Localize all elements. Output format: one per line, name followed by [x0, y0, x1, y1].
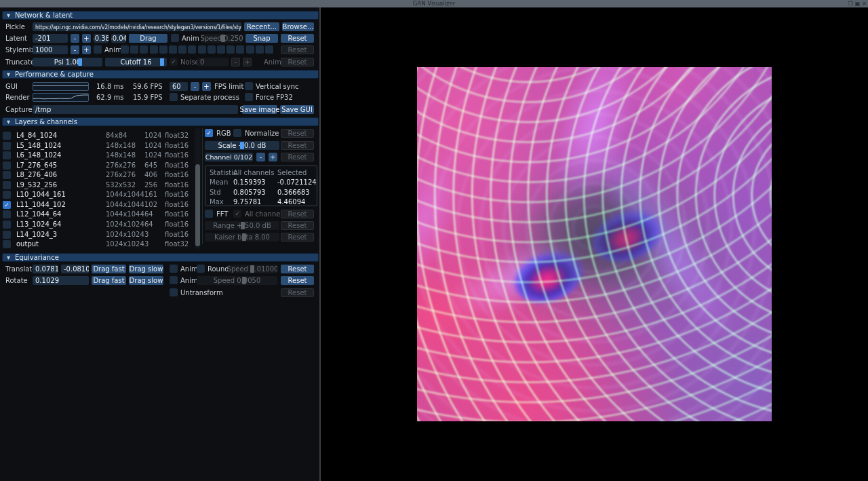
stylemix-layer-checkbox[interactable]: [198, 45, 206, 54]
vsync-checkbox[interactable]: [245, 82, 253, 90]
normalize-checkbox[interactable]: [233, 129, 241, 137]
latent-reset-button[interactable]: Reset: [281, 34, 314, 43]
layer-checkbox[interactable]: [3, 142, 11, 150]
stylemix-minus-button[interactable]: -: [71, 45, 79, 54]
layer-checkbox[interactable]: [3, 220, 11, 229]
stylemix-layer-checkbox[interactable]: [236, 45, 244, 54]
translate-drag-fast-button[interactable]: Drag fast: [92, 265, 126, 273]
cutoff-slider[interactable]: Cutoff 16: [105, 58, 167, 66]
fps-limit-plus-button[interactable]: +: [202, 82, 211, 91]
channel-plus-button[interactable]: +: [269, 153, 277, 161]
force-fp32-checkbox[interactable]: [245, 93, 253, 101]
stylemix-layer-checkbox[interactable]: [130, 45, 138, 54]
layer-name: L12_1044_64: [16, 210, 61, 219]
translate-y-input[interactable]: -0.0810: [61, 265, 89, 273]
latent-snap-button[interactable]: Snap: [245, 34, 278, 43]
stylemix-layer-checkbox[interactable]: [121, 45, 129, 54]
untransform-checkbox[interactable]: [170, 288, 178, 296]
separate-process-checkbox[interactable]: [170, 93, 178, 101]
maximize-icon[interactable]: ▣: [855, 0, 861, 7]
layer-checkbox[interactable]: [3, 181, 11, 189]
stylemix-layer-checkbox[interactable]: [178, 45, 186, 54]
stylemix-layer-checkbox[interactable]: [265, 45, 273, 54]
section-header-performance[interactable]: ▼ Performance & capture: [2, 70, 319, 79]
rotate-reset-button[interactable]: Reset: [281, 276, 314, 285]
translate-x-input[interactable]: 0.0781: [33, 265, 58, 273]
latent-minus-button[interactable]: -: [71, 34, 79, 43]
pickle-input[interactable]: https://api.ngc.nvidia.com/v2/models/nvi…: [33, 22, 241, 31]
rotate-anim-checkbox[interactable]: [170, 276, 178, 284]
layer-row: L4_84_102484x841024float32: [0, 131, 198, 140]
stats-cell: All channels: [233, 168, 274, 178]
psi-slider[interactable]: Psi 1.00: [33, 58, 102, 66]
translate-anim-checkbox[interactable]: [170, 265, 178, 273]
latent-y-input[interactable]: -0.04: [111, 34, 126, 43]
layer-checkbox[interactable]: [3, 210, 11, 218]
stats-row: Mean0.159393-0.0721124: [205, 178, 317, 187]
stylemix-seed-input[interactable]: 1000: [33, 45, 68, 54]
layer-name: L7_276_645: [16, 161, 57, 170]
stylemix-layer-checkbox[interactable]: [208, 45, 216, 54]
capture-path-input[interactable]: /tmp: [33, 105, 238, 114]
panel-divider[interactable]: [319, 7, 321, 481]
layer-checkbox[interactable]: [3, 231, 11, 239]
stylemix-layer-checkbox[interactable]: [188, 45, 196, 54]
layer-channels: 1024: [144, 141, 161, 151]
layer-checkbox[interactable]: [3, 201, 11, 209]
rotate-drag-slow-button[interactable]: Drag slow: [129, 276, 163, 285]
render-ms-value: 62.9 ms: [96, 93, 123, 102]
fps-limit-input[interactable]: 60: [170, 82, 188, 91]
close-icon[interactable]: ✕: [862, 0, 867, 7]
channel-minus-button[interactable]: -: [256, 153, 265, 161]
latent-x-input[interactable]: -0.38: [94, 34, 108, 43]
section-header-equivariance[interactable]: ▼ Equivariance: [2, 253, 319, 262]
layer-checkbox[interactable]: [3, 240, 11, 248]
translate-drag-slow-button[interactable]: Drag slow: [129, 265, 163, 273]
fps-limit-minus-button[interactable]: -: [191, 82, 199, 91]
latent-seed-input[interactable]: -201: [33, 34, 68, 43]
layer-checkbox[interactable]: [3, 171, 11, 179]
gan-output-image[interactable]: [417, 67, 772, 421]
noise-label: Noise: [180, 58, 199, 66]
section-header-layers[interactable]: ▼ Layers & channels: [2, 117, 319, 126]
window-title: GAN Visualizer: [0, 0, 868, 7]
titlebar[interactable]: GAN Visualizer ❐ ▣ ✕: [0, 0, 868, 7]
stylemix-layer-checkbox[interactable]: [226, 45, 235, 54]
section-header-network[interactable]: ▼ Network & latent: [2, 11, 319, 20]
latent-label: Latent: [5, 34, 27, 43]
stylemix-layer-checkbox[interactable]: [169, 45, 177, 54]
layer-name: L8_276_406: [16, 170, 57, 180]
layer-checkbox[interactable]: [3, 161, 11, 170]
layers-scrollbar[interactable]: [195, 128, 201, 249]
rotate-input[interactable]: 0.1029: [33, 276, 89, 285]
latent-drag-button[interactable]: Drag: [129, 34, 167, 43]
latent-plus-button[interactable]: +: [82, 34, 91, 43]
save-gui-button[interactable]: Save GUI: [280, 105, 314, 114]
translate-reset-button[interactable]: Reset: [281, 265, 314, 273]
rgb-checkbox[interactable]: [205, 129, 213, 137]
translate-round-checkbox[interactable]: [197, 265, 205, 273]
stylemix-layer-checkbox[interactable]: [140, 45, 148, 54]
stylemix-layer-checkbox[interactable]: [256, 45, 264, 54]
stylemix-plus-button[interactable]: +: [82, 45, 91, 54]
save-image-button[interactable]: Save image: [242, 105, 277, 114]
stylemix-layer-checkbox[interactable]: [246, 45, 254, 54]
stylemix-anim-label: Anim: [104, 45, 122, 54]
stylemix-anim-checkbox[interactable]: [94, 45, 102, 54]
layer-channels: 3: [144, 239, 149, 249]
stylemix-layer-checkbox[interactable]: [217, 45, 225, 54]
rotate-drag-fast-button[interactable]: Drag fast: [92, 276, 126, 285]
layer-checkbox[interactable]: [3, 132, 11, 140]
recent-button[interactable]: Recent...: [244, 22, 279, 31]
latent-anim-checkbox[interactable]: [171, 34, 179, 42]
channel-slider[interactable]: Channel 0/102: [205, 153, 253, 161]
layer-name: L13_1024_64: [16, 220, 61, 229]
layer-checkbox[interactable]: [3, 191, 11, 199]
restore-icon[interactable]: ❐: [848, 0, 853, 7]
scale-slider[interactable]: Scale +0.0 dB: [205, 141, 279, 150]
browse-button[interactable]: Browse...: [282, 22, 314, 31]
fft-checkbox[interactable]: [205, 210, 213, 218]
layer-checkbox[interactable]: [3, 151, 11, 159]
stylemix-layer-checkbox[interactable]: [150, 45, 158, 54]
stylemix-layer-checkbox[interactable]: [159, 45, 167, 54]
